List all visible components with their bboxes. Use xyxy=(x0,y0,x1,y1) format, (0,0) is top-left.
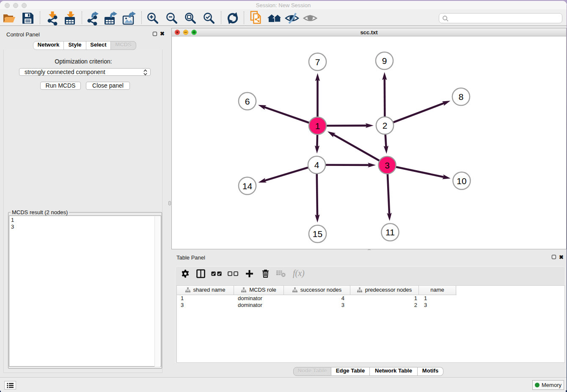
svg-text:1: 1 xyxy=(315,121,320,131)
svg-text:6: 6 xyxy=(245,97,250,106)
svg-text:11: 11 xyxy=(385,227,395,237)
svg-text:4: 4 xyxy=(314,160,319,170)
svg-text:8: 8 xyxy=(459,92,464,102)
svg-text:9: 9 xyxy=(382,56,387,66)
svg-text:7: 7 xyxy=(315,57,320,67)
svg-text:15: 15 xyxy=(313,229,322,239)
svg-text:14: 14 xyxy=(242,181,253,191)
svg-text:3: 3 xyxy=(385,160,390,170)
svg-text:10: 10 xyxy=(457,176,466,186)
svg-text:2: 2 xyxy=(383,121,388,130)
